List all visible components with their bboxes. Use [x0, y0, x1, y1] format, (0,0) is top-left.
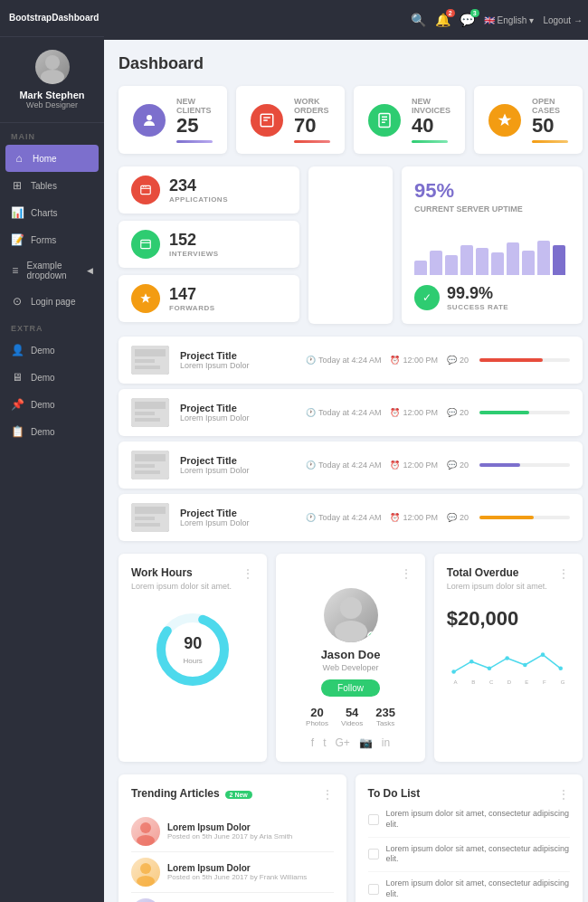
- project-row-3: Project Title Lorem Ipsum Dolor 🕐 Today …: [119, 494, 583, 541]
- project-list: Project Title Lorem Ipsum Dolor 🕐 Today …: [119, 337, 583, 541]
- svg-rect-10: [135, 349, 166, 356]
- sidebar-item-dropdown[interactable]: ≡ Example dropdown ◀: [0, 253, 104, 288]
- svg-point-33: [523, 663, 527, 668]
- profile-role: Web Developer: [323, 663, 379, 672]
- sidebar-item-demo1[interactable]: 👤 Demo: [0, 337, 104, 364]
- sidebar-item-forms[interactable]: 📝 Forms: [0, 226, 104, 253]
- svg-point-2: [147, 115, 152, 120]
- twitter-icon[interactable]: t: [323, 736, 326, 749]
- todo-menu[interactable]: ⋮: [557, 787, 570, 802]
- linkedin-icon[interactable]: in: [382, 736, 390, 749]
- language-label: English: [498, 15, 527, 25]
- overdue-menu[interactable]: ⋮: [557, 566, 570, 581]
- todo-checkbox[interactable]: [368, 849, 379, 859]
- todo-list: Lorem ipsum dolor sit amet, consectetur …: [368, 802, 571, 902]
- notifications-icon[interactable]: 🔔2: [435, 13, 450, 27]
- trending-menu[interactable]: ⋮: [321, 787, 334, 802]
- project-comments: 20: [460, 408, 469, 417]
- sidebar-item-demo2[interactable]: 🖥 Demo: [0, 364, 104, 391]
- sidebar-item-home[interactable]: ⌂ Home: [5, 145, 99, 172]
- logout-button[interactable]: Logout →: [543, 15, 583, 25]
- overdue-title: Total Overdue: [447, 566, 547, 579]
- center-card: [308, 166, 393, 324]
- todo-item-0: Lorem ipsum dolor sit amet, consectetur …: [368, 802, 571, 837]
- sidebar-label-login: Login page: [31, 297, 76, 307]
- forwards-label: FORWARDS: [169, 304, 215, 312]
- profile-menu[interactable]: ⋮: [400, 566, 413, 581]
- clock-icon: 🕐: [306, 460, 316, 470]
- project-comments: 20: [460, 513, 469, 522]
- svg-rect-8: [141, 241, 151, 249]
- clients-icon: [133, 104, 166, 137]
- cases-value: 50: [532, 115, 568, 137]
- clock-icon: 🕐: [306, 408, 316, 417]
- success-rate-label: SUCCESS RATE: [447, 303, 508, 311]
- progress-fill: [479, 411, 529, 414]
- time-icon: ⏰: [390, 513, 400, 522]
- clients-value: 25: [176, 115, 213, 137]
- sidebar-item-charts[interactable]: 📊 Charts: [0, 199, 104, 226]
- sidebar-item-demo3[interactable]: 📌 Demo: [0, 391, 104, 418]
- svg-rect-20: [135, 470, 160, 474]
- charts-icon: 📊: [11, 206, 24, 219]
- svg-point-34: [540, 653, 545, 658]
- sidebar-user: Mark Stephen Web Designer: [0, 37, 104, 123]
- trending-card: Trending Articles 2 New ⋮ Lorem Ipsum Do…: [119, 774, 346, 902]
- instagram-icon[interactable]: 📷: [359, 736, 373, 749]
- article-list: Lorem Ipsum Dolor Posted on 5th June 201…: [131, 812, 334, 902]
- comment-icon: 💬: [447, 513, 457, 522]
- sidebar-main-label: MAIN: [0, 123, 104, 145]
- stat-card-clients: New Clients 25: [119, 86, 227, 154]
- sidebar-item-login[interactable]: ⊙ Login page: [0, 288, 104, 315]
- project-time: Today at 4:24 AM: [318, 513, 382, 522]
- stat-card-invoices: New Invoices 40: [354, 86, 465, 154]
- forms-icon: 📝: [11, 233, 24, 246]
- cases-icon: [488, 104, 521, 137]
- middle-row: 234 APPLICATIONS 152 INTERVIEWS: [119, 166, 583, 324]
- language-selector[interactable]: 🇬🇧 English ▾: [484, 15, 535, 25]
- article-avatar: [131, 817, 160, 846]
- applications-value: 234: [169, 176, 228, 195]
- follow-button[interactable]: Follow: [321, 679, 380, 697]
- sidebar-item-tables[interactable]: ⊞ Tables: [0, 172, 104, 199]
- work-hours-menu[interactable]: ⋮: [242, 566, 254, 581]
- comment-icon: 💬: [447, 408, 457, 417]
- messages-badge: 3: [470, 9, 479, 17]
- todo-text: Lorem ipsum dolor sit amet, consectetur …: [386, 844, 571, 865]
- messages-icon[interactable]: 💬3: [460, 13, 475, 27]
- home-icon: ⌂: [13, 152, 25, 165]
- svg-rect-22: [135, 507, 166, 514]
- invoices-bar: [412, 140, 448, 143]
- work-hours-subtitle: Lorem ipsum dolor sit amet.: [131, 582, 232, 591]
- donut-value: 90: [184, 634, 203, 653]
- todo-checkbox[interactable]: [368, 884, 379, 895]
- donut-label: Hours: [184, 657, 203, 665]
- demo3-icon: 📌: [11, 398, 24, 411]
- project-comments: 20: [460, 356, 469, 365]
- tables-icon: ⊞: [11, 179, 24, 192]
- demo2-icon: 🖥: [11, 371, 24, 384]
- invoices-value: 40: [412, 115, 450, 137]
- applications-label: APPLICATIONS: [169, 195, 228, 204]
- facebook-icon[interactable]: f: [311, 736, 314, 749]
- svg-point-31: [487, 667, 491, 671]
- svg-rect-16: [135, 418, 160, 422]
- sidebar-item-demo4[interactable]: 📋 Demo: [0, 418, 104, 445]
- todo-checkbox[interactable]: [368, 814, 379, 825]
- search-icon[interactable]: 🔍: [411, 13, 426, 27]
- project-title: Project Title: [180, 350, 295, 361]
- orders-value: 70: [294, 115, 330, 137]
- googleplus-icon[interactable]: G+: [336, 736, 350, 749]
- mini-stats-col: 234 APPLICATIONS 152 INTERVIEWS: [119, 166, 299, 324]
- project-title: Project Title: [180, 508, 295, 518]
- svg-rect-15: [135, 412, 155, 415]
- article-title: Lorem Ipsum Dolor: [167, 863, 307, 873]
- svg-text:F: F: [543, 679, 546, 685]
- clock-icon: 🕐: [306, 513, 316, 522]
- svg-point-29: [451, 669, 456, 674]
- chevron-down-icon: ▾: [529, 15, 534, 25]
- overdue-subtitle: Lorem ipsum dolor sit amet.: [447, 582, 547, 591]
- sidebar-label-charts: Charts: [31, 208, 57, 218]
- bar-2: [445, 255, 458, 275]
- comment-icon: 💬: [447, 356, 457, 365]
